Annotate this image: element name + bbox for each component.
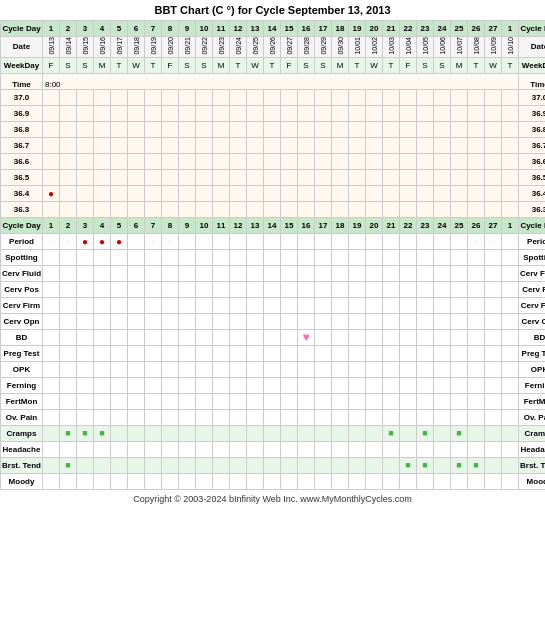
cr-2: ■ [60, 425, 77, 441]
pt-28 [502, 345, 519, 361]
bbt-368-19 [349, 121, 366, 137]
day-20: 20 [366, 21, 383, 37]
period-28 [502, 233, 519, 249]
bbt-370-label-left: 37.0 [1, 89, 43, 105]
cr-18 [332, 425, 349, 441]
cr-4: ■ [94, 425, 111, 441]
wd-2: S [60, 57, 77, 73]
fern-8 [162, 377, 179, 393]
cr-21: ■ [383, 425, 400, 441]
bt-22: ■ [400, 457, 417, 473]
bbt-370-27 [485, 89, 502, 105]
bbt-365-28 [502, 169, 519, 185]
mo-21 [383, 473, 400, 489]
pt-8 [162, 345, 179, 361]
bbt-363-1 [43, 201, 60, 217]
bt-27 [485, 457, 502, 473]
fm-19 [349, 393, 366, 409]
date-col-16: 09/28 [298, 37, 315, 58]
bt-1 [43, 457, 60, 473]
period-label-left: Period [1, 233, 43, 249]
op-3 [77, 409, 94, 425]
bbt-368-21 [383, 121, 400, 137]
bbt-367-12 [230, 137, 247, 153]
bt-16 [298, 457, 315, 473]
day-11: 11 [213, 21, 230, 37]
cp-18 [332, 281, 349, 297]
bbt-369-5 [111, 105, 128, 121]
cfm-28 [502, 297, 519, 313]
mo-7 [145, 473, 162, 489]
cr-15 [281, 425, 298, 441]
bbt-367-8 [162, 137, 179, 153]
spotting-23 [417, 249, 434, 265]
pt-2 [60, 345, 77, 361]
bbt-363-10 [196, 201, 213, 217]
spotting-7 [145, 249, 162, 265]
bbt-368-11 [213, 121, 230, 137]
fern-18 [332, 377, 349, 393]
bbt-363-23 [417, 201, 434, 217]
cp-21 [383, 281, 400, 297]
fm-17 [315, 393, 332, 409]
bbt-368-17 [315, 121, 332, 137]
cp-15 [281, 281, 298, 297]
fern-1 [43, 377, 60, 393]
bbt-366-6 [128, 153, 145, 169]
bbt-363-27 [485, 201, 502, 217]
fm-6 [128, 393, 145, 409]
bbt-363-11 [213, 201, 230, 217]
spotting-3 [77, 249, 94, 265]
period-13 [247, 233, 264, 249]
bbt-369-4 [94, 105, 111, 121]
wd-3: S [77, 57, 94, 73]
op-12 [230, 409, 247, 425]
day-25: 25 [451, 21, 468, 37]
spotting-8 [162, 249, 179, 265]
day-13: 13 [247, 21, 264, 37]
bbt-368-3 [77, 121, 94, 137]
ha-25 [451, 441, 468, 457]
cf-18 [332, 265, 349, 281]
bbt-363-19 [349, 201, 366, 217]
cbd-4: 4 [94, 217, 111, 233]
bt-17 [315, 457, 332, 473]
cfm-4 [94, 297, 111, 313]
ha-1 [43, 441, 60, 457]
cbd-10: 10 [196, 217, 213, 233]
ha-4 [94, 441, 111, 457]
wd-17: S [315, 57, 332, 73]
day-23: 23 [417, 21, 434, 37]
bbt-365-1 [43, 169, 60, 185]
fm-10 [196, 393, 213, 409]
bbt-363-22 [400, 201, 417, 217]
fern-5 [111, 377, 128, 393]
bbt-363-7 [145, 201, 162, 217]
bbt-363-6 [128, 201, 145, 217]
bbt-367-28 [502, 137, 519, 153]
day-3: 3 [77, 21, 94, 37]
co-14 [264, 313, 281, 329]
bbt-365-3 [77, 169, 94, 185]
wd-25: M [451, 57, 468, 73]
cycle-day-bottom-label-right: Cycle Day [519, 217, 546, 233]
ov-pain-label-left: Ov. Pain [1, 409, 43, 425]
cbd-28: 1 [502, 217, 519, 233]
opk-15 [281, 361, 298, 377]
bbt-363-12 [230, 201, 247, 217]
op-9 [179, 409, 196, 425]
cr-24 [434, 425, 451, 441]
opk-26 [468, 361, 485, 377]
cf-26 [468, 265, 485, 281]
preg-test-label-left: Preg Test [1, 345, 43, 361]
bbt-370-21 [383, 89, 400, 105]
mo-22 [400, 473, 417, 489]
bbt-367-17 [315, 137, 332, 153]
bbt-368-12 [230, 121, 247, 137]
bt-8 [162, 457, 179, 473]
date-col-1: 09/13 [43, 37, 60, 58]
bbt-363-26 [468, 201, 485, 217]
bt-7 [145, 457, 162, 473]
period-3: ● [77, 233, 94, 249]
mo-25 [451, 473, 468, 489]
